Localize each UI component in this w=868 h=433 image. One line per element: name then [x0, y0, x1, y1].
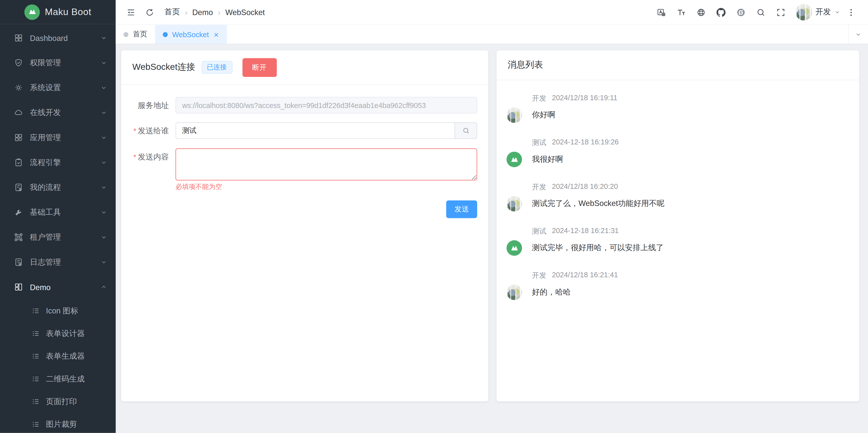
sidebar-item-demo[interactable]: Demo [0, 275, 116, 299]
sidebar-item-dashboard[interactable]: Dashboard [0, 25, 116, 50]
send-to-label: 发送给谁 [132, 122, 176, 140]
disconnect-button[interactable]: 断开 [242, 58, 277, 76]
send-message-form: 服务地址 发送给谁 [121, 85, 488, 218]
chevron-down-icon [101, 284, 107, 290]
message-text: 我很好啊 [532, 154, 563, 164]
app-window: Maku Boot Dashboard 权限管理 系统设置 在线开发 应用管理 … [0, 0, 868, 433]
list-icon [32, 307, 40, 315]
send-content-label: 发送内容 [132, 149, 176, 165]
flow-icon [14, 158, 23, 167]
websocket-connection-card: WebSocket连接 已连接 断开 服务地址 发送给谁 [121, 51, 488, 401]
sidebar-item-权限管理[interactable]: 权限管理 [0, 51, 116, 75]
tab-首页[interactable]: 首页 [116, 25, 155, 44]
globe-icon[interactable] [691, 3, 710, 22]
demo-icon [14, 282, 23, 291]
translate-icon[interactable] [651, 3, 670, 22]
log-icon [14, 257, 23, 267]
github-icon[interactable] [711, 3, 730, 22]
message-card-header: 消息列表 [497, 51, 859, 81]
message-list: 开发 2024/12/18 16:19:11 你好啊 测试 2024-12-18… [497, 81, 859, 315]
sidebar-fold-icon[interactable] [121, 3, 140, 22]
chevron-down-icon [101, 184, 107, 190]
user-photo-avatar [506, 107, 522, 123]
message-sender: 开发 [532, 93, 546, 103]
chevron-down-icon [101, 159, 107, 165]
tab-dot-icon [124, 32, 129, 37]
chevron-down-icon [101, 259, 107, 265]
list-icon [32, 352, 40, 361]
sidebar-subitem-页面打印[interactable]: 页面打印 [0, 390, 116, 413]
message-sender: 测试 [532, 138, 546, 148]
chevron-down-icon [101, 209, 107, 215]
sidebar-item-我的流程[interactable]: 我的流程 [0, 175, 116, 200]
message-time: 2024/12/18 16:20:20 [552, 182, 618, 192]
breadcrumb-separator: › [185, 8, 187, 16]
breadcrumb-item[interactable]: Demo [192, 8, 213, 17]
send-button[interactable]: 发送 [446, 200, 477, 218]
refresh-icon[interactable] [140, 3, 159, 22]
topbar-actions: 开发 [651, 3, 860, 22]
maku-logo-icon [24, 4, 40, 20]
app-title: Maku Boot [45, 6, 91, 17]
message-time: 2024/12/18 16:19:11 [552, 93, 617, 103]
tab-close-icon[interactable]: × [213, 30, 219, 38]
sidebar-subitem-icon-图标[interactable]: Icon 图标 [0, 299, 116, 322]
sidebar-item-流程引擎[interactable]: 流程引擎 [0, 150, 116, 175]
send-content-textarea[interactable] [176, 149, 477, 181]
user-menu[interactable]: 开发 [796, 4, 840, 20]
message-time: 2024/12/18 16:21:41 [552, 271, 618, 281]
chevron-down-icon [101, 234, 107, 240]
more-options-icon[interactable] [841, 3, 860, 22]
fullscreen-icon[interactable] [771, 3, 790, 22]
chevron-down-icon [101, 85, 107, 91]
select-user-button[interactable] [455, 122, 477, 139]
breadcrumb-item[interactable]: WebSocket [225, 8, 265, 17]
message-item: 开发 2024/12/18 16:21:41 好的，哈哈 [506, 271, 848, 300]
message-text: 你好啊 [532, 110, 555, 120]
chevron-down-icon [101, 35, 107, 41]
message-sender: 测试 [532, 226, 546, 236]
breadcrumb-item[interactable]: 首页 [164, 7, 180, 17]
main-column: 首页›Demo›WebSocket 开发 首页 W [116, 0, 868, 433]
sidebar-item-系统设置[interactable]: 系统设置 [0, 75, 116, 100]
message-list-card: 消息列表 开发 2024/12/18 16:19:11 你好啊 测试 2024-… [497, 51, 859, 401]
message-text: 好的，哈哈 [532, 287, 570, 298]
server-address-label: 服务地址 [132, 97, 176, 114]
search-icon[interactable] [751, 3, 770, 22]
send-to-input[interactable] [176, 122, 455, 139]
sidebar-item-应用管理[interactable]: 应用管理 [0, 125, 116, 150]
sidebar: Maku Boot Dashboard 权限管理 系统设置 在线开发 应用管理 … [0, 0, 116, 433]
message-item: 测试 2024-12-18 16:19:26 我很好啊 [506, 138, 848, 167]
send-to-row: 发送给谁 [132, 122, 477, 140]
message-item: 测试 2024-12-18 16:21:31 测试完毕，很好用哈，可以安排上线了 [506, 226, 848, 256]
user-photo-avatar [506, 196, 522, 212]
sidebar-item-租户管理[interactable]: 租户管理 [0, 225, 116, 250]
gear-icon [14, 83, 23, 92]
sidebar-subitem-二维码生成[interactable]: 二维码生成 [0, 368, 116, 390]
message-text: 测试完毕，很好用哈，可以安排上线了 [532, 243, 664, 253]
tab-websocket[interactable]: WebSocket × [155, 25, 227, 44]
font-size-icon[interactable] [672, 3, 690, 22]
list-icon [32, 375, 40, 383]
connection-card-header: WebSocket连接 已连接 断开 [121, 51, 488, 85]
app-logo[interactable]: Maku Boot [0, 0, 116, 24]
tabs-dropdown-icon[interactable] [848, 25, 868, 44]
list-icon [32, 329, 40, 338]
frame-icon [14, 233, 23, 242]
doc-user-icon [14, 183, 23, 192]
sidebar-item-基础工具[interactable]: 基础工具 [0, 200, 116, 225]
sidebar-subitem-表单设计器[interactable]: 表单设计器 [0, 322, 116, 345]
message-item: 开发 2024/12/18 16:20:20 测试完了么，WebSocket功能… [506, 182, 848, 212]
sidebar-subitem-图片裁剪[interactable]: 图片裁剪 [0, 413, 116, 433]
user-avatar [796, 4, 812, 20]
list-icon [32, 420, 40, 429]
sidebar-subitem-表单生成器[interactable]: 表单生成器 [0, 345, 116, 367]
send-content-row: 发送内容 必填项不能为空 [132, 149, 477, 192]
sidebar-item-在线开发[interactable]: 在线开发 [0, 100, 116, 125]
chevron-down-icon [101, 110, 107, 116]
breadcrumb: 首页›Demo›WebSocket [164, 7, 652, 17]
chevron-down-icon [101, 135, 107, 141]
gitee-icon[interactable] [732, 3, 750, 22]
sidebar-item-日志管理[interactable]: 日志管理 [0, 250, 116, 275]
server-address-input [176, 97, 477, 114]
